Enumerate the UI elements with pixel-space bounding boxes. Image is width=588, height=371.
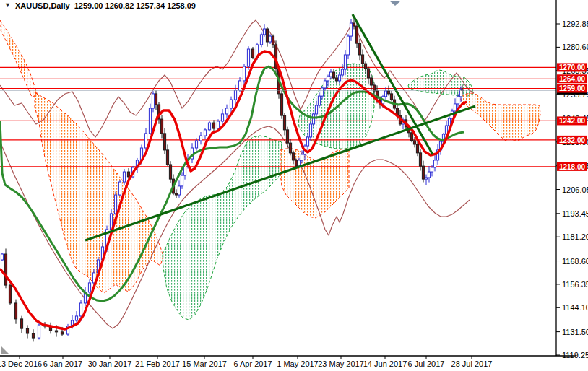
candle-body	[370, 78, 372, 85]
candle-body	[292, 153, 294, 160]
candle-body	[301, 154, 303, 160]
candle-body	[199, 136, 202, 141]
kumo-cloud-orange	[461, 93, 540, 141]
candle-body	[422, 166, 424, 179]
candle-bull	[114, 192, 116, 216]
price-tick-label: 1131.50	[562, 328, 588, 336]
date-tick-label: 6 Apr 2017	[233, 359, 272, 368]
candle-bull	[84, 287, 86, 306]
candle-bear	[289, 139, 291, 155]
candle-body	[309, 124, 311, 137]
candle-bull	[260, 32, 262, 47]
candle-bear	[169, 161, 171, 183]
candle-body	[260, 35, 262, 45]
candle-body	[364, 64, 366, 69]
candle-bull	[1, 253, 3, 261]
candle-bull	[230, 97, 232, 113]
candle-body	[212, 123, 215, 128]
candle-body	[335, 78, 337, 81]
candle-body	[79, 303, 82, 316]
candle-bear	[251, 47, 254, 59]
ohlc-quote-label: 1259.00 1260.82 1257.34 1258.09	[74, 1, 196, 10]
chart-shift-marker-icon[interactable]	[389, 1, 401, 6]
candle-body	[419, 153, 421, 166]
candle-body	[350, 23, 352, 36]
candle-body	[247, 49, 249, 66]
candle-body	[425, 178, 427, 179]
candle-body	[4, 254, 7, 285]
candle-body	[433, 160, 436, 167]
candle-body	[163, 134, 165, 150]
candle-body	[123, 172, 125, 182]
candle-body	[318, 96, 320, 105]
candle-body	[243, 66, 245, 81]
candle-body	[144, 134, 147, 148]
candle-body	[272, 36, 274, 45]
candle-bear	[410, 131, 412, 142]
candle-body	[341, 69, 343, 75]
candle-body	[431, 167, 433, 172]
candle-bull	[433, 155, 436, 171]
price-tick-label: 1168.60	[562, 257, 588, 266]
candle-body	[312, 114, 314, 124]
candle-body	[413, 141, 415, 144]
scroll-corner-icon	[1, 346, 9, 354]
candle-body	[358, 43, 360, 55]
candle-bull	[191, 143, 193, 163]
candle-bear	[266, 27, 268, 47]
candle-bull	[199, 132, 202, 144]
trend-lines[interactable]	[85, 14, 475, 240]
candle-body	[61, 332, 63, 334]
candle-bull	[269, 35, 271, 44]
price-chart[interactable]: 1292.851280.601268.351255.751243.451230.…	[0, 0, 588, 371]
date-tick-label: 14 Jun 2017	[363, 359, 407, 368]
price-tick-label: 1119.25	[562, 351, 588, 359]
candle-bull	[88, 279, 90, 295]
candle-bear	[175, 189, 177, 198]
candle-body	[169, 165, 171, 179]
candle-body	[298, 160, 300, 166]
candle-bear	[332, 69, 334, 79]
candle-body	[344, 55, 346, 69]
candle-bull	[347, 34, 349, 59]
kumo-cloud-orange	[280, 149, 349, 218]
candle-bull	[425, 175, 427, 185]
candle-body	[181, 175, 183, 186]
candle-body	[9, 285, 11, 303]
quote-header: ▼ XAUUSD,Daily 1259.00 1260.82 1257.34 1…	[4, 1, 196, 10]
candle-bear	[283, 113, 285, 135]
candle-body	[448, 118, 450, 126]
date-tick-label: 13 Dec 2016	[0, 359, 42, 368]
candle-body	[225, 108, 228, 114]
candle-bear	[390, 91, 392, 102]
candle-bear	[274, 40, 277, 72]
candle-bull	[457, 94, 459, 108]
candle-body	[384, 91, 386, 97]
level-price-box-label: 1259.00	[559, 84, 586, 92]
candle-bear	[272, 35, 274, 48]
candle-body	[166, 150, 168, 165]
candle-bear	[280, 91, 282, 119]
candle-bear	[163, 128, 165, 154]
candle-body	[286, 130, 288, 143]
candle-body	[315, 105, 317, 114]
candle-body	[88, 283, 90, 292]
candle-body	[387, 91, 389, 94]
level-price-box-label: 1218.00	[559, 163, 586, 171]
candle-body	[251, 49, 254, 58]
candle-body	[295, 160, 297, 166]
date-tick-label: 6 Jan 2017	[43, 359, 82, 368]
candle-body	[114, 195, 116, 214]
candle-body	[457, 97, 459, 104]
candle-body	[329, 72, 332, 77]
collapse-triangle-icon[interactable]: ▼	[4, 1, 11, 9]
candle-body	[390, 94, 392, 100]
candle-body	[195, 141, 197, 148]
candle-bull	[225, 105, 228, 118]
candle-bear	[422, 161, 424, 183]
price-tick-label: 1280.60	[562, 43, 588, 51]
ichimoku-clouds	[0, 20, 540, 320]
candle-bull	[247, 46, 249, 70]
candle-bull	[152, 91, 154, 112]
candle-body	[38, 325, 40, 338]
